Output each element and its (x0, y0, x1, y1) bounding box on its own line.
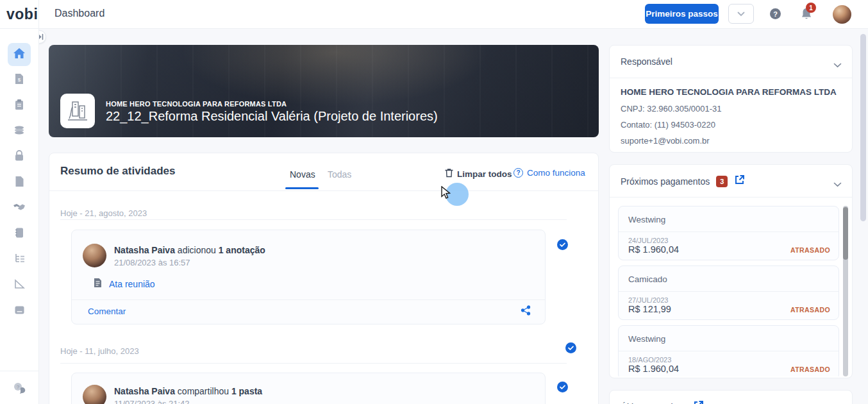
project-company: HOME HERO TECNOLOGIA PARA REFORMAS LTDA (106, 100, 287, 108)
payment-vendor: Westwing (628, 215, 665, 224)
payment-date: 24/JUL/2023 (628, 237, 668, 244)
sidebar-item-crm[interactable] (8, 197, 31, 220)
chevron-down-icon (833, 59, 842, 71)
sidebar-item-finance[interactable] (8, 120, 31, 143)
external-link-icon[interactable] (734, 174, 745, 188)
sidebar-item-schedule[interactable] (8, 248, 31, 271)
vobi-logo[interactable]: vobi (6, 6, 38, 23)
attachment-link[interactable]: Ata reunião (94, 278, 155, 290)
sidebar-item-library[interactable] (8, 299, 31, 323)
responsible-header[interactable]: Responsável (610, 46, 852, 78)
files-header[interactable]: Últimos arquivos (621, 400, 704, 404)
primeiros-passos-button[interactable]: Primeiros passos (645, 4, 719, 24)
activity-action: adicionou (178, 245, 216, 255)
external-link-icon[interactable] (693, 400, 704, 404)
payments-count-badge: 3 (716, 176, 728, 187)
library-book-icon (14, 305, 25, 317)
activity-object: 1 anotação (219, 245, 265, 255)
sidebar-item-measurements[interactable] (8, 274, 31, 297)
date-group-divider (60, 363, 567, 364)
top-bar: vobi Dashboard Primeiros passos ? 1 (0, 0, 868, 29)
comment-button[interactable]: Comentar (88, 307, 126, 316)
payment-item[interactable]: Camicado 27/JUL/2023 R$ 121,99 ATRASADO (618, 265, 839, 320)
date-group-label: Hoje - 21, agosto, 2023 (60, 208, 147, 218)
header-dropdown-button[interactable] (728, 4, 754, 24)
question-circle-icon: ? (513, 168, 523, 178)
page-scrollbar-thumb[interactable] (860, 34, 866, 221)
budget-document-icon: $ (14, 73, 24, 87)
activity-user: Natasha Paiva (114, 245, 175, 255)
payments-card: Próximos pagamentos 3 Westwing 24/JUL/20… (609, 164, 853, 378)
mark-read-check-icon[interactable] (565, 342, 576, 353)
payment-item[interactable]: Westwing 24/JUL/2023 R$ 1.960,04 ATRASAD… (618, 206, 839, 260)
how-it-works-link[interactable]: ? Como funciona (513, 168, 585, 178)
responsible-title: Responsável (621, 56, 672, 67)
payment-vendor: Westwing (628, 334, 665, 344)
responsible-cnpj: CNPJ: 32.960.305/0001-31 (621, 104, 722, 114)
page-title: Dashboard (54, 8, 104, 19)
handshake-crm-icon (13, 203, 26, 214)
tab-novas[interactable]: Novas (290, 169, 315, 180)
building-logo-icon (67, 99, 88, 122)
activity-text: Natasha Paiva compartilhou 1 pasta (114, 386, 262, 396)
files-icon (15, 176, 24, 190)
help-icon[interactable]: ? (770, 8, 781, 19)
header-divider (38, 0, 39, 29)
payment-status-badge: ATRASADO (790, 306, 830, 314)
project-logo (60, 94, 95, 128)
purchases-bag-icon (14, 150, 24, 164)
activity-timestamp: 11/07/2023 às 21:42 (114, 399, 190, 404)
activity-object: 1 pasta (231, 386, 262, 396)
payment-status-badge: ATRASADO (790, 366, 830, 373)
activities-title: Resumo de atividades (60, 165, 176, 178)
files-title: Últimos arquivos (621, 402, 687, 404)
user-avatar (83, 385, 106, 404)
clipboard-tasks-icon (14, 99, 24, 113)
payment-date: 18/AGO/2023 (628, 356, 671, 364)
tab-todas[interactable]: Todas (328, 169, 351, 180)
payment-amount: R$ 1.960,04 (628, 244, 679, 255)
activity-action: compartilhou (178, 386, 229, 396)
document-icon (94, 278, 102, 290)
responsible-company: HOME HERO TECNOLOGIA PARA REFORMAS LTDA (621, 87, 837, 97)
activity-user: Natasha Paiva (114, 386, 175, 396)
notebook-icon (14, 227, 24, 241)
support-chat-icon: ? (12, 382, 26, 396)
mark-read-check-icon[interactable] (557, 382, 568, 392)
sidebar-expand-button[interactable] (39, 30, 46, 44)
svg-text:?: ? (17, 384, 20, 390)
chevron-down-icon (833, 178, 842, 190)
item-divider (72, 299, 545, 300)
project-title: 22_12_Reforma Residencial Valéria (Proje… (106, 109, 438, 124)
sidebar-item-support[interactable]: ? (8, 378, 31, 401)
sidebar-item-files[interactable] (8, 171, 31, 194)
user-avatar[interactable] (833, 5, 851, 24)
payment-item[interactable]: Westwing 18/AGO/2023 R$ 1.960,04 ATRASAD… (618, 325, 839, 376)
payment-vendor: Camicado (628, 274, 667, 284)
sidebar-item-home[interactable] (8, 43, 31, 66)
share-icon[interactable] (521, 305, 531, 318)
arrow-expand-icon (39, 31, 44, 43)
main-content: HOME HERO TECNOLOGIA PARA REFORMAS LTDA … (39, 29, 868, 404)
sidebar-item-tasks[interactable] (8, 94, 31, 117)
user-avatar (83, 244, 106, 267)
activities-card: Resumo de atividades Novas Todas Limpar … (49, 153, 599, 404)
files-card: Últimos arquivos (609, 390, 853, 404)
activity-item[interactable]: Natasha Paiva compartilhou 1 pasta 11/07… (71, 373, 546, 404)
notifications-button[interactable]: 1 (800, 7, 814, 22)
payments-scrollbar-track[interactable] (843, 206, 848, 376)
mark-read-check-icon[interactable] (557, 239, 568, 250)
responsible-card: Responsável HOME HERO TECNOLOGIA PARA RE… (609, 45, 853, 153)
activity-item[interactable]: Natasha Paiva adicionou 1 anotação 21/08… (71, 230, 546, 324)
card-header-divider (49, 190, 598, 191)
payments-header[interactable]: Próximos pagamentos 3 (621, 174, 745, 188)
sidebar-item-purchases[interactable] (8, 146, 31, 169)
payments-list: Westwing 24/JUL/2023 R$ 1.960,04 ATRASAD… (618, 206, 839, 376)
payments-scrollbar-thumb[interactable] (843, 207, 848, 260)
clear-all-button[interactable]: Limpar todos (445, 168, 512, 180)
responsible-contact: Contato: (11) 94503-0220 (621, 120, 715, 130)
sidebar-item-notebook[interactable] (8, 223, 31, 246)
project-banner[interactable]: HOME HERO TECNOLOGIA PARA REFORMAS LTDA … (49, 45, 599, 137)
bell-icon (800, 12, 813, 23)
sidebar-item-budget[interactable]: $ (8, 69, 31, 92)
